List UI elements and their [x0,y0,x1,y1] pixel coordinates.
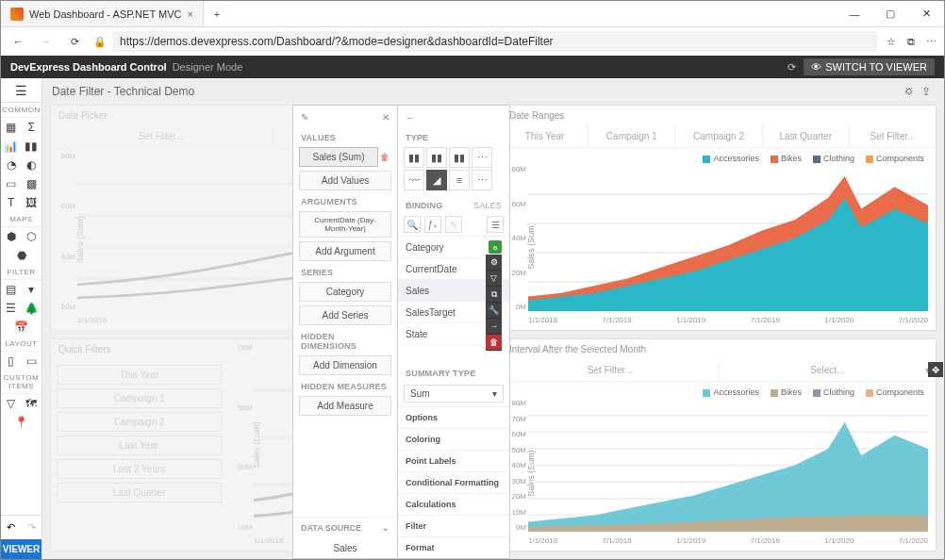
image-item-icon[interactable]: 🖼 [22,193,42,212]
item-options-icon[interactable]: 🔧 [486,303,502,319]
switch-viewer-button[interactable]: 👁 SWITCH TO VIEWER [804,58,935,75]
new-tab-button[interactable]: + [204,1,230,26]
list-box-icon[interactable]: ☰ [1,299,22,318]
redo-icon[interactable]: ↷ [27,521,36,534]
field-list-options-icon[interactable]: ☰ [487,216,504,233]
summary-type-select[interactable]: Sum ▾ [404,385,504,403]
add-values-button[interactable]: Add Values [299,171,391,190]
tab-campaign-2[interactable]: Campaign 2 [675,125,762,147]
type-range-icon[interactable]: ≡ [449,170,470,190]
acc-point-labels[interactable]: Point Labels [398,450,509,471]
add-measure-button[interactable]: Add Measure [299,396,391,416]
quick-filter-item[interactable]: Last Year [57,436,222,455]
card-interval[interactable]: Interval After the Selected Month Set Fi… [501,338,937,552]
expand-ds-icon[interactable]: ⌄ [382,523,390,533]
favorite-icon[interactable]: ☆ [887,36,896,48]
dashboard-settings-icon[interactable]: ⛭ [901,85,918,98]
online-map-icon[interactable]: 🗺 [22,394,42,413]
tab-close-icon[interactable]: × [187,8,192,20]
quick-filter-item[interactable]: Campaign 1 [57,388,222,408]
edit-title-icon[interactable]: ✎ [301,112,308,123]
tab-layout-icon[interactable]: ▭ [22,352,42,371]
card-item-icon[interactable]: ▭ [1,174,22,193]
browser-tab[interactable]: Web Dashboard - ASP.NET MVC × [1,1,204,26]
bubble-map-icon[interactable]: ⬣ [1,246,41,265]
back-icon[interactable]: ← [406,112,415,123]
date-filter-icon[interactable]: 📅 [1,318,41,337]
card-date-ranges[interactable]: ⚙ ▽ ⧉ 🔧 → 🗑 Date Ranges This Year Campai… [501,105,937,331]
group-layout-icon[interactable]: ▯ [1,352,22,371]
search-binding-icon[interactable]: 🔍 [404,216,421,233]
refresh-header-icon[interactable]: ⟳ [788,61,796,74]
toolbox-section-common: COMMON [1,103,41,118]
item-interactivity-icon[interactable]: ⧉ [486,287,502,303]
combo-box-icon[interactable]: ▾ [22,280,42,299]
type-point-icon[interactable]: ⋯ [472,147,492,168]
item-filter-icon[interactable]: ▽ [486,271,502,287]
hamburger-icon[interactable]: ☰ [1,78,41,103]
acc-filter[interactable]: Filter [398,515,509,536]
type-bar-icon[interactable]: ▮▮ [404,147,424,168]
window-minimize-button[interactable]: — [837,1,872,26]
text-item-icon[interactable]: T [1,193,22,212]
tab-campaign-1[interactable]: Campaign 1 [589,125,675,147]
choropleth-map-icon[interactable]: ⬢ [1,227,22,246]
grid-item-icon[interactable]: ▦ [1,118,22,137]
acc-coloring[interactable]: Coloring [398,428,509,450]
bar-item-icon[interactable]: ▮▮ [22,137,42,156]
edit-field-icon[interactable]: ✎ [445,216,462,233]
type-full-bar-icon[interactable]: ▮▮ [449,147,470,168]
acc-conditional-formatting[interactable]: Conditional Formatting [398,471,509,493]
tab-set-filter[interactable]: Set Filter... [850,125,936,147]
nav-refresh-icon[interactable]: ⟳ [65,36,84,48]
window-maximize-button[interactable]: ▢ [872,1,908,26]
type-line-icon[interactable]: 〰 [404,170,424,190]
chart-item-icon[interactable]: 📊 [1,137,22,156]
quick-filter-item[interactable]: Campaign 2 [57,412,222,432]
funnel-custom-icon[interactable]: ▽ [1,394,22,413]
set-filter-label[interactable]: Set Filter... [502,359,720,381]
collections-icon[interactable]: ⧉ [907,36,915,48]
gauges-item-icon[interactable]: ◐ [22,156,42,174]
geo-point-map-icon[interactable]: ⬡ [22,227,42,246]
viewer-mode-button[interactable]: VIEWER [1,539,41,559]
data-source-value[interactable]: Sales [293,538,397,558]
move-handle-icon[interactable]: ✥ [928,362,943,377]
range-filter-icon[interactable]: ▤ [1,280,22,299]
undo-icon[interactable]: ↶ [7,521,15,534]
acc-calculations[interactable]: Calculations [398,493,509,515]
tab-last-quarter[interactable]: Last Quarter [763,125,850,147]
address-bar[interactable]: https://demos.devexpress.com/Dashboard/?… [112,31,877,52]
series-item[interactable]: Category [299,282,391,302]
type-more-icon[interactable]: ⋯ [472,170,492,190]
pie-item-icon[interactable]: ◔ [1,156,22,174]
acc-format[interactable]: Format [398,536,509,558]
value-item[interactable]: Sales (Sum) [299,147,378,167]
window-close-button[interactable]: ✕ [908,1,944,26]
tree-view-icon[interactable]: 🌲 [22,299,42,318]
tab-this-year[interactable]: This Year [502,125,589,147]
treemap-item-icon[interactable]: ▩ [22,174,42,193]
add-series-button[interactable]: Add Series [299,305,391,325]
nav-back-icon[interactable]: ← [8,36,27,47]
quick-filter-item[interactable]: This Year [57,365,222,385]
select-label[interactable]: Select... ▾ [720,359,937,381]
type-stacked-bar-icon[interactable]: ▮▮ [426,147,447,168]
close-panel-icon[interactable]: ✕ [382,112,390,123]
pin-custom-icon[interactable]: 📍 [1,413,41,432]
type-area-icon[interactable]: ◢ [426,170,447,190]
dashboard-export-icon[interactable]: ⇪ [918,85,935,98]
argument-item[interactable]: CurrentDate (Day-Month-Year) [299,211,391,238]
quick-filter-item[interactable]: Last 2 Years [57,459,222,479]
menu-icon[interactable]: ⋯ [926,36,937,48]
pivot-item-icon[interactable]: Σ [22,118,42,137]
item-settings-icon[interactable]: ⚙ [486,255,502,271]
quick-filter-item[interactable]: Last Quarter [57,483,222,502]
add-calc-field-icon[interactable]: ƒ₊ [424,216,441,233]
add-argument-button[interactable]: Add Argument [299,241,391,261]
item-convert-icon[interactable]: → [486,319,502,335]
item-delete-icon[interactable]: 🗑 [486,335,502,351]
acc-options[interactable]: Options [398,406,509,428]
remove-value-icon[interactable]: 🗑 [378,152,391,162]
add-dimension-button[interactable]: Add Dimension [299,355,391,375]
